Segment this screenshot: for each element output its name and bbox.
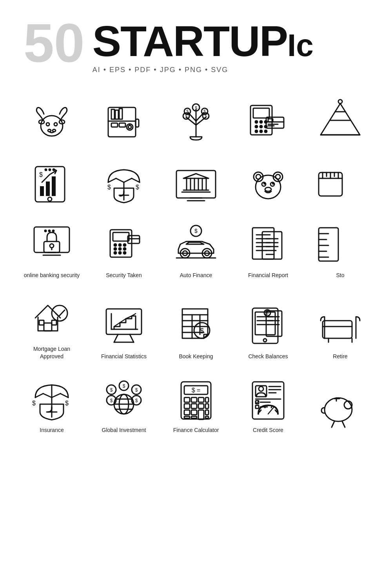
svg-rect-35 [253, 108, 269, 118]
svg-text:$ =: $ = [192, 387, 201, 394]
header-title-area: STARTUP Ic AI • EPS • PDF • JPG • PNG • … [93, 16, 314, 74]
money-tree-cell: $ $ $ $ $ [160, 90, 232, 151]
book-keeping-cell: $ Book Keeping [160, 286, 232, 367]
svg-text:$: $ [200, 327, 204, 335]
title-suffix: Ic [287, 30, 314, 61]
svg-point-93 [273, 183, 274, 184]
bear-head-cell [232, 151, 304, 212]
pyramid-cell [304, 90, 376, 151]
svg-rect-13 [119, 123, 125, 127]
security-taken-cell: Security Taken [88, 212, 160, 286]
svg-point-94 [265, 187, 271, 191]
svg-rect-222 [198, 410, 204, 419]
svg-text:$: $ [110, 398, 113, 403]
svg-rect-223 [205, 410, 209, 415]
svg-rect-224 [184, 416, 190, 418]
retirement-cell: Retire [304, 286, 376, 367]
svg-text:$: $ [107, 184, 111, 191]
svg-rect-241 [256, 405, 259, 408]
bull-head-cell [16, 90, 88, 151]
security-taken-icon [100, 220, 147, 267]
svg-rect-212 [184, 397, 190, 402]
svg-rect-56 [40, 186, 44, 196]
svg-line-155 [130, 334, 134, 342]
bank-building-cell [160, 151, 232, 212]
icons-grid: $ $ $ $ $ [0, 82, 392, 448]
svg-point-62 [49, 169, 51, 171]
svg-point-113 [114, 244, 116, 246]
svg-rect-58 [52, 176, 56, 196]
stock-icon [317, 220, 364, 267]
svg-line-154 [114, 334, 118, 342]
svg-text:$: $ [39, 171, 43, 178]
svg-rect-214 [198, 397, 204, 402]
svg-rect-17 [136, 119, 139, 127]
insurance-shield-icon: $ $ [100, 159, 147, 206]
svg-rect-112 [113, 232, 129, 241]
svg-rect-226 [205, 416, 209, 418]
bear-head-icon [245, 159, 292, 206]
svg-rect-216 [184, 404, 190, 408]
svg-line-72 [132, 178, 140, 182]
svg-rect-221 [191, 410, 197, 415]
bull-head-icon [28, 98, 75, 145]
global-investment-cell: $ $ $ $ $ Global Investment [88, 367, 160, 441]
vault-icon [100, 98, 147, 145]
svg-text:$: $ [110, 387, 113, 393]
credit-score-icon [245, 375, 292, 422]
svg-point-60 [48, 197, 52, 201]
book-keeping-icon: $ [172, 301, 220, 348]
svg-point-40 [260, 125, 262, 128]
svg-point-3 [46, 123, 49, 126]
svg-point-118 [123, 248, 126, 250]
tablet-finance-cell: $ [16, 151, 88, 212]
svg-point-115 [123, 244, 126, 246]
svg-text:$: $ [136, 184, 139, 191]
finance-calculator-icon: $ = [172, 375, 220, 422]
svg-point-108 [45, 230, 46, 232]
check-balances-label: Check Balances [248, 353, 288, 361]
format-list: AI • EPS • PDF • JPG • PNG • SVG [93, 66, 314, 74]
global-investment-label: Global Investment [102, 426, 146, 434]
svg-line-71 [124, 178, 132, 182]
svg-text:$: $ [135, 387, 138, 393]
insurance-label: Insurance [40, 426, 64, 434]
auto-finance-cell: $ Auto Finance [160, 212, 232, 286]
svg-rect-220 [184, 410, 190, 415]
svg-rect-105 [44, 241, 60, 252]
svg-point-44 [265, 130, 267, 132]
svg-point-229 [259, 387, 263, 391]
svg-text:$: $ [123, 383, 125, 389]
check-balances-icon: $ [245, 301, 292, 348]
svg-point-120 [119, 252, 121, 254]
svg-point-37 [260, 121, 262, 123]
mortgage-loan-cell: Mortgage Loan Approved [16, 286, 88, 367]
financial-statistics-icon [100, 301, 147, 348]
financial-report-label: Financial Report [248, 272, 288, 279]
svg-rect-219 [205, 404, 209, 408]
svg-text:$: $ [135, 398, 138, 403]
mortgage-loan-label: Mortgage Loan Approved [33, 345, 70, 361]
svg-text:$: $ [203, 109, 206, 114]
svg-text:$: $ [65, 400, 69, 407]
bank-building-icon [172, 159, 220, 206]
money-tree-icon: $ $ $ $ $ [172, 98, 220, 145]
svg-line-70 [116, 178, 124, 182]
svg-point-114 [119, 244, 121, 246]
security-taken-label: Security Taken [106, 272, 142, 279]
svg-point-121 [123, 252, 126, 254]
svg-rect-167 [252, 308, 278, 343]
online-banking-security-cell: online banking security [16, 212, 88, 286]
svg-rect-73 [176, 171, 216, 198]
pyramid-icon [317, 98, 364, 145]
svg-rect-10 [115, 110, 118, 119]
credit-score-label: Credit Score [253, 426, 283, 434]
svg-rect-180 [323, 321, 352, 338]
financial-statistics-label: Financial Statistics [101, 353, 147, 361]
svg-line-185 [35, 394, 43, 397]
global-investment-icon: $ $ $ $ $ [100, 375, 147, 422]
pos-terminal-icon [245, 98, 292, 145]
svg-text:$: $ [186, 109, 189, 114]
svg-point-152 [52, 305, 67, 321]
svg-text:$: $ [195, 105, 197, 110]
